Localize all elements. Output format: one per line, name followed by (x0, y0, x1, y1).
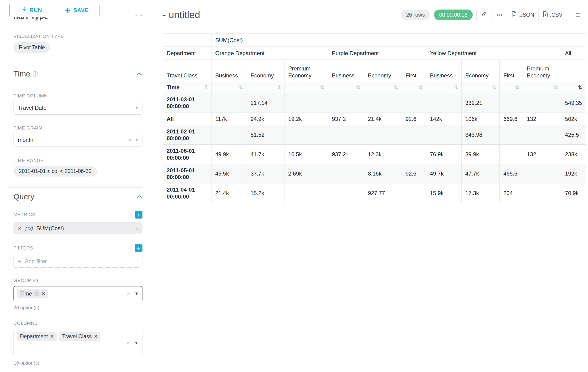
explore-app: RUN ⊕ SAVE Chart Type VISUALIZATION TYPE… (0, 0, 588, 372)
function-icon: ƒ(x) (25, 225, 33, 231)
remove-chip-icon[interactable]: × (94, 334, 97, 339)
remove-chip-icon[interactable]: × (42, 291, 45, 297)
department-header: Purple Department (328, 47, 426, 60)
export-json-button[interactable]: .JSON (507, 9, 539, 21)
export-json-label: .JSON (518, 12, 534, 18)
columns-chip-label: Department (20, 333, 48, 340)
time-column-label: TIME COLUMN (13, 93, 142, 99)
embed-code-button[interactable]: </> (492, 9, 507, 21)
sortable-column-header[interactable]: ⇅ (402, 82, 426, 93)
sortable-column-header[interactable]: ⇅ (523, 82, 561, 93)
caret-down-icon[interactable]: ▼ (134, 291, 139, 296)
value-cell (426, 125, 462, 145)
sortable-column-header[interactable]: ⇅ (500, 82, 523, 93)
sort-icon[interactable]: ⇅ (578, 85, 582, 90)
chevron-up-icon[interactable] (136, 72, 142, 76)
value-cell: 19.2k (284, 113, 328, 125)
sort-icon[interactable]: ⇅ (418, 85, 423, 90)
remove-metric-icon[interactable]: × (18, 225, 21, 232)
value-cell: 94.9k (247, 113, 284, 125)
sortable-column-header[interactable]: ⇅ (328, 82, 364, 93)
lightning-icon (22, 7, 27, 14)
value-cell (500, 125, 523, 145)
value-cell: 204 (500, 183, 523, 203)
sortable-column-header[interactable]: ⇅ (284, 82, 328, 93)
save-button[interactable]: ⊕ SAVE (54, 4, 99, 17)
group-by-select[interactable]: Time i × × ▼ (13, 286, 142, 301)
run-button[interactable]: RUN (10, 4, 54, 17)
metric-chip[interactable]: × ƒ(x) SUM(Cost) › (13, 222, 142, 234)
metric-chip-label: SUM(Cost) (36, 225, 64, 232)
value-cell: 142k (426, 113, 462, 125)
value-cell: 39.9k (462, 145, 500, 164)
clear-icon[interactable]: × (126, 340, 130, 346)
chart-panel: - untitled 26 rows 00:00:00.18 </> (150, 0, 588, 372)
caret-down-icon[interactable]: ▾ (136, 105, 138, 111)
value-cell: 49.9k (211, 145, 247, 164)
group-by-chip[interactable]: Time i × (17, 289, 48, 298)
clear-icon[interactable]: × (127, 291, 130, 297)
value-cell: 465.6 (500, 164, 523, 183)
visualization-type-chip[interactable]: Pivot Table (13, 42, 50, 53)
sortable-column-header[interactable]: ⇅ (426, 82, 462, 93)
time-range-chip[interactable]: 2011-01-01 ≤ col < 2011-06-30 (13, 166, 97, 176)
department-header: Orange Department (211, 47, 328, 60)
sort-icon[interactable]: ⇅ (515, 85, 520, 90)
sort-icon[interactable]: ⇅ (394, 85, 398, 90)
time-row-label: Time (167, 84, 180, 91)
sortable-column-header[interactable]: ⇅ (211, 82, 247, 93)
group-by-options-count: 20 option(s) (13, 305, 142, 310)
add-filter-field[interactable]: + Add filter (13, 255, 142, 268)
group-by-label: GROUP BY (13, 278, 142, 283)
chevron-right-icon[interactable]: › (136, 225, 138, 232)
sort-icon[interactable]: ⇅ (356, 85, 361, 90)
columns-select[interactable]: Department × Travel Class × × ▼ (13, 329, 142, 357)
row-label-cell: 2011-02-01 00:00:00 (163, 125, 211, 145)
travel-class-header: Premium Economy (523, 60, 561, 82)
metric-header: SUM(Cost) (211, 34, 586, 47)
sortable-column-header[interactable]: ⇅ (247, 82, 284, 93)
clear-icon[interactable]: × (128, 137, 132, 143)
chart-header-controls: 26 rows 00:00:00.18 </> (401, 9, 585, 21)
add-filter-plus-button[interactable]: + (135, 244, 142, 252)
copy-link-button[interactable] (476, 9, 492, 21)
time-column-select[interactable]: Travel Date ▾ (13, 101, 142, 115)
more-options-menu-button[interactable]: ≡ (571, 9, 585, 21)
sort-icon[interactable]: ⇅ (277, 85, 281, 90)
value-cell: 49.7k (426, 164, 462, 183)
chevron-up-icon[interactable] (136, 195, 142, 199)
caret-down-icon[interactable]: ▼ (134, 340, 138, 345)
add-metric-button[interactable]: + (135, 211, 142, 219)
travel-class-header: Premium Economy (284, 60, 328, 82)
sortable-column-header[interactable]: ⇅ (561, 82, 586, 93)
time-sort-header[interactable]: Time⇅ (163, 82, 211, 93)
travel-class-header: Business (426, 60, 462, 82)
query-timer-badge: 00:00:00.18 (434, 10, 473, 20)
travel-class-header: Economy (462, 60, 500, 82)
columns-label: COLUMNS (13, 321, 142, 326)
value-cell: 15.2k (247, 183, 284, 203)
sortable-column-header[interactable]: ⇅ (462, 82, 500, 93)
value-cell: 927.77 (364, 183, 402, 203)
value-cell (523, 183, 561, 203)
time-grain-select[interactable]: month × ▾ (13, 133, 142, 147)
export-csv-button[interactable]: .CSV (538, 9, 567, 21)
value-cell: 217.14 (247, 93, 284, 113)
sort-icon[interactable]: ⇅ (239, 85, 243, 90)
sort-icon[interactable]: ⇅ (320, 85, 325, 90)
sort-icon[interactable]: ⇅ (553, 85, 558, 90)
sort-icon[interactable]: ⇅ (204, 85, 208, 90)
value-cell: 21.4k (364, 113, 402, 125)
columns-options-count: 19 option(s) (13, 360, 142, 366)
save-button-label: SAVE (74, 7, 89, 13)
value-cell (426, 93, 462, 113)
value-cell: 132 (523, 145, 561, 164)
caret-down-icon[interactable]: ▾ (136, 137, 138, 143)
sort-icon[interactable]: ⇅ (454, 85, 458, 90)
remove-chip-icon[interactable]: × (51, 334, 53, 339)
columns-chip[interactable]: Travel Class × (59, 332, 100, 341)
value-cell: 937.2 (328, 113, 364, 125)
sortable-column-header[interactable]: ⇅ (364, 82, 402, 93)
sort-icon[interactable]: ⇅ (492, 85, 496, 90)
columns-chip[interactable]: Department × (17, 332, 57, 341)
